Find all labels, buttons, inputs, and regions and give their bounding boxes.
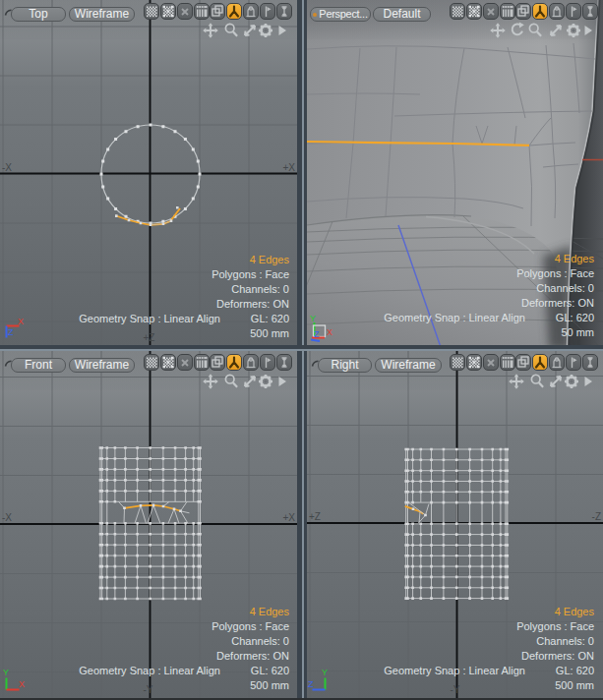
- svg-text:Z: Z: [314, 329, 320, 339]
- svg-text:X: X: [327, 327, 332, 337]
- svg-text:X: X: [18, 317, 24, 326]
- svg-text:Y: Y: [310, 314, 316, 323]
- svg-text:Y: Y: [3, 668, 9, 677]
- svg-text:-X: -X: [2, 512, 12, 523]
- svg-text:+X: +X: [282, 512, 295, 523]
- svg-text:+Z: +Z: [309, 511, 321, 522]
- svg-text:-Y: -Y: [451, 684, 460, 695]
- svg-text:X: X: [19, 679, 25, 689]
- svg-text:-X: -X: [2, 162, 12, 173]
- svg-text:Y: Y: [322, 668, 328, 677]
- svg-text:-Y: -Y: [144, 684, 153, 695]
- svg-text:+Z: +Z: [144, 332, 155, 343]
- svg-text:Z: Z: [8, 327, 14, 337]
- svg-text:Z: Z: [308, 679, 314, 689]
- svg-text:-Z: -Z: [592, 511, 601, 522]
- svg-text:+X: +X: [282, 162, 295, 173]
